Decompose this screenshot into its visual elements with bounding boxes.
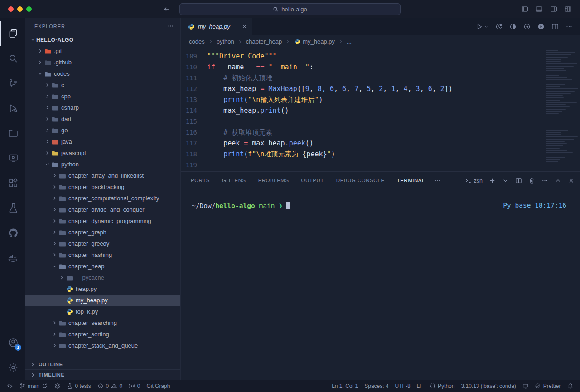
activity-docker-icon[interactable] <box>0 245 25 270</box>
tree-item-javascript[interactable]: javascript <box>25 147 180 159</box>
activity-testing-icon[interactable] <box>0 195 25 220</box>
toggle-secondary-sidebar-icon[interactable] <box>550 5 557 13</box>
file-history-icon[interactable] <box>495 23 503 30</box>
explorer-more-actions-icon[interactable] <box>167 23 174 29</box>
tree-item-chapter-searching[interactable]: chapter_searching <box>25 317 180 329</box>
panel-tab-gitlens[interactable]: GITLENS <box>222 172 246 189</box>
tree-item-codes[interactable]: codes <box>25 68 180 79</box>
breadcrumb-item[interactable]: chapter_heap <box>246 38 282 45</box>
tree-item-my-heap-py[interactable]: my_heap.py <box>25 295 180 306</box>
activity-remote-explorer-icon[interactable] <box>0 145 25 170</box>
tree-item-chapter-heap[interactable]: chapter_heap <box>25 261 180 272</box>
activity-settings-icon[interactable] <box>0 355 25 380</box>
activity-source-control-icon[interactable] <box>0 71 25 96</box>
split-editor-icon[interactable] <box>551 23 559 30</box>
code-editor[interactable]: 109"""Driver Code"""110if __name__ == "_… <box>181 48 580 171</box>
activity-search-icon[interactable] <box>0 46 25 71</box>
toggle-primary-sidebar-icon[interactable] <box>521 5 528 13</box>
more-actions-icon[interactable] <box>566 23 573 30</box>
tree-item-chapter-dynamic-programming[interactable]: chapter_dynamic_programming <box>25 215 180 227</box>
status-indentation[interactable]: Spaces: 4 <box>361 380 392 392</box>
file-annotations-icon[interactable] <box>509 23 517 30</box>
open-changes-icon[interactable] <box>523 23 531 30</box>
status-source-control-graph[interactable] <box>51 380 64 392</box>
tree-item-chapter-computational-complexity[interactable]: chapter_computational_complexity <box>25 193 180 204</box>
minimize-window-button[interactable] <box>17 6 23 12</box>
panel-tab-terminal[interactable]: TERMINAL <box>397 172 425 189</box>
panel-tab-debug-console[interactable]: DEBUG CONSOLE <box>336 172 385 189</box>
tab-my-heap-py[interactable]: my_heap.py <box>181 18 252 35</box>
tree-item-hello-algo[interactable]: HELLO-ALGO <box>25 34 180 45</box>
status-prettier[interactable]: Prettier <box>532 380 564 392</box>
tree-item-chapter-divide-and-conquer[interactable]: chapter_divide_and_conquer <box>25 204 180 215</box>
breadcrumb-item[interactable]: python <box>217 38 234 45</box>
tree-item-java[interactable]: java <box>25 136 180 147</box>
status-encoding[interactable]: UTF-8 <box>392 380 414 392</box>
panel-tab-problems[interactable]: PROBLEMS <box>258 172 289 189</box>
tree-item-chapter-stack-and-queue[interactable]: chapter_stack_and_queue <box>25 340 180 351</box>
activity-account-icon[interactable]: 1 <box>0 330 25 355</box>
customize-layout-icon[interactable] <box>565 5 572 13</box>
run-python-file-icon[interactable] <box>476 23 488 30</box>
tree-item-chapter-greedy[interactable]: chapter_greedy <box>25 238 180 249</box>
zoom-window-button[interactable] <box>26 6 32 12</box>
activity-project-folder-icon[interactable] <box>0 121 25 145</box>
status-git-branch[interactable]: main <box>16 380 51 392</box>
toggle-panel-icon[interactable] <box>536 5 543 13</box>
panel-more-icon[interactable] <box>541 177 548 184</box>
tree-item-go[interactable]: go <box>25 125 180 136</box>
terminal-shell-icon[interactable]: zsh <box>465 177 483 184</box>
status-screencast[interactable] <box>519 380 532 392</box>
breadcrumb-item[interactable]: my_heap.py <box>294 38 335 45</box>
status-python-interpreter[interactable]: 3.10.13 ('base': conda) <box>458 380 519 392</box>
panel-tab-ports[interactable]: PORTS <box>191 172 210 189</box>
tree-item-heap-py[interactable]: heap.py <box>25 283 180 295</box>
status-git-graph[interactable]: Git Graph <box>143 380 173 392</box>
tree-item-pycache[interactable]: __pycache__ <box>25 272 180 283</box>
status-cursor-position[interactable]: Ln 1, Col 1 <box>329 380 361 392</box>
status-problems[interactable]: 00 <box>94 380 126 392</box>
terminal[interactable]: ~/Dow/hello-algo main ❯ Py base 18:17:16 <box>181 189 580 380</box>
minimap[interactable] <box>546 50 575 159</box>
tree-item-cpp[interactable]: cpp <box>25 91 180 102</box>
activity-explorer-icon[interactable] <box>0 21 25 46</box>
activity-extensions-icon[interactable] <box>0 170 25 195</box>
status-remote-indicator[interactable] <box>4 380 16 392</box>
tree-item-chapter-sorting[interactable]: chapter_sorting <box>25 329 180 340</box>
navigate-back-icon[interactable] <box>163 5 170 13</box>
tree-item-chapter-graph[interactable]: chapter_graph <box>25 227 180 238</box>
split-terminal-icon[interactable] <box>515 177 522 184</box>
activity-run-debug-icon[interactable] <box>0 96 25 121</box>
panel-tabs-more-icon[interactable] <box>434 177 441 184</box>
breadcrumb-item[interactable]: ... <box>347 38 352 45</box>
command-center-search[interactable]: hello-algo <box>179 3 401 15</box>
tree-item-dart[interactable]: dart <box>25 113 180 125</box>
tree-item-python[interactable]: python <box>25 159 180 170</box>
status-tests[interactable]: 0 tests <box>63 380 94 392</box>
status-ports[interactable]: 0 <box>126 380 143 392</box>
breadcrumb-item[interactable]: codes <box>189 38 205 45</box>
panel-tab-output[interactable]: OUTPUT <box>301 172 324 189</box>
status-language-mode[interactable]: Python <box>426 380 458 392</box>
terminal-picker-icon[interactable] <box>502 177 509 184</box>
tree-item-chapter-array-and-linkedlist[interactable]: chapter_array_and_linkedlist <box>25 170 180 181</box>
tree-item-top-k-py[interactable]: top_k.py <box>25 306 180 317</box>
tree-item-git[interactable]: .git <box>25 45 180 57</box>
activity-github-icon[interactable] <box>0 220 25 245</box>
timeline-section[interactable]: TIMELINE <box>25 369 180 380</box>
tree-item-csharp[interactable]: csharp <box>25 102 180 113</box>
run-code-icon[interactable] <box>537 23 545 30</box>
kill-terminal-icon[interactable] <box>528 177 535 184</box>
outline-section[interactable]: OUTLINE <box>25 359 180 369</box>
new-terminal-icon[interactable] <box>489 177 496 184</box>
panel-maximize-icon[interactable] <box>555 177 561 184</box>
close-window-button[interactable] <box>8 6 14 12</box>
tree-item-github[interactable]: .github <box>25 57 180 68</box>
close-tab-icon[interactable] <box>242 24 247 29</box>
tree-item-c[interactable]: c <box>25 79 180 91</box>
status-notifications[interactable] <box>564 380 577 392</box>
tree-item-chapter-backtracking[interactable]: chapter_backtracking <box>25 181 180 193</box>
status-eol[interactable]: LF <box>414 380 426 392</box>
panel-close-icon[interactable] <box>568 177 575 184</box>
tree-item-chapter-hashing[interactable]: chapter_hashing <box>25 249 180 261</box>
